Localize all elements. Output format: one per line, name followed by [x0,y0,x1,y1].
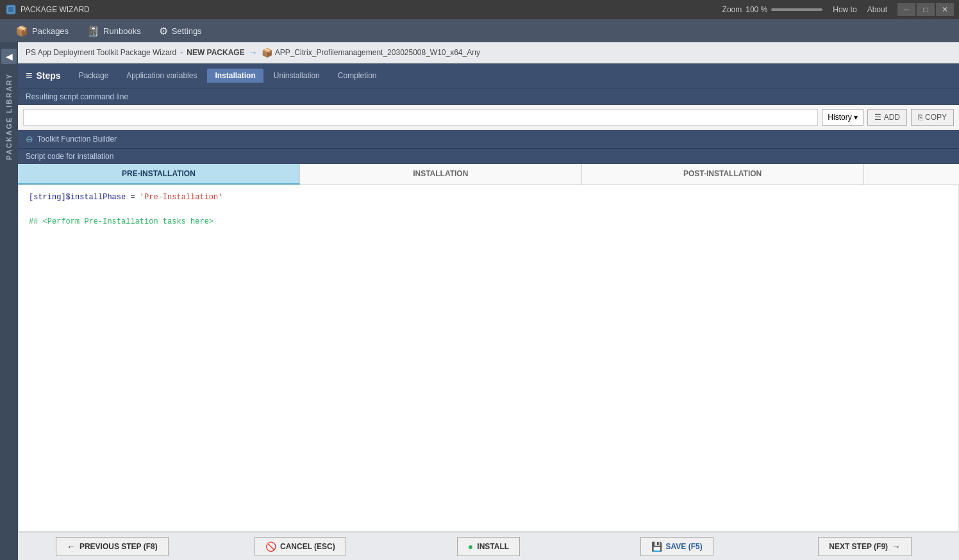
history-label: History [828,113,851,122]
footer-center-left: 🚫 CANCEL (ESC) [206,537,395,556]
zoom-value: 100 % [746,5,767,14]
code-tab-post-installation[interactable]: POST-INSTALLATION [582,164,864,185]
install-btn-label: INSTALL [477,542,509,551]
close-button[interactable]: ✕ [936,3,954,16]
toolkit-function-builder-header[interactable]: ⊖ Toolkit Function Builder [18,130,959,148]
history-chevron-icon: ▾ [854,113,858,122]
app-title: PACKAGE WIZARD [21,5,722,14]
save-icon: 💾 [651,541,662,552]
code-tab-installation[interactable]: INSTALLATION [300,164,582,185]
command-line-label: Resulting script command line [26,92,128,101]
steps-tabs: Package Application variables Installati… [71,69,385,83]
script-code-header: Script code for installation [18,148,959,164]
maximize-button[interactable]: □ [917,3,935,16]
copy-button[interactable]: ⎘ COPY [911,109,954,126]
breadcrumb-new-package: NEW PACKAGE [187,48,244,57]
script-code-label: Script code for installation [26,152,113,161]
main-nav: 📦 Packages 📓 Runbooks ⚙ Settings [0,19,959,42]
code-line-3: ## <Perform Pre-Installation tasks here> [29,216,948,228]
add-icon: ☰ [874,113,881,122]
copy-icon: ⎘ [918,113,922,122]
command-line-input[interactable] [23,109,818,126]
how-to-link[interactable]: How to [833,5,856,14]
nav-item-runbooks[interactable]: 📓 Runbooks [79,21,149,41]
title-bar: PACKAGE WIZARD Zoom 100 % How to About ─… [0,0,959,19]
code-editor[interactable]: [string]$installPhase = 'Pre-Installatio… [18,185,959,532]
zoom-slider[interactable] [771,8,822,11]
minimize-button[interactable]: ─ [897,3,915,16]
cancel-btn-label: CANCEL (ESC) [280,542,335,551]
code-line-2 [29,204,948,216]
steps-header: ≡ Steps Package Application variables In… [18,63,959,88]
footer-center: ● INSTALL [394,537,583,556]
steps-title: ≡ Steps [26,69,61,83]
code-tabs: PRE-INSTALLATION INSTALLATION POST-INSTA… [18,164,959,185]
runbooks-label: Runbooks [103,26,141,36]
tab-completion[interactable]: Completion [330,69,385,83]
svg-rect-1 [8,7,13,12]
steps-icon: ≡ [26,69,33,83]
code-tab-post-label: POST-INSTALLATION [683,169,762,178]
next-step-button[interactable]: NEXT STEP (F9) → [818,537,912,556]
settings-icon: ⚙ [159,25,168,37]
footer-right: NEXT STEP (F9) → [771,537,959,556]
toolkit-collapse-icon: ⊖ [26,134,33,144]
app-icon [5,4,17,15]
breadcrumb-arrow: → [249,47,258,58]
window-buttons: ─ □ ✕ [897,3,954,16]
zoom-control: Zoom 100 % [722,5,823,14]
next-arrow-icon: → [892,541,901,552]
footer-left: ← PREVIOUS STEP (F8) [18,537,206,556]
nav-item-packages[interactable]: 📦 Packages [8,21,76,41]
prev-arrow-icon: ← [67,541,76,552]
footer-center-right: 💾 SAVE (F5) [583,537,771,556]
about-link[interactable]: About [867,5,887,14]
footer: ← PREVIOUS STEP (F8) 🚫 CANCEL (ESC) ● IN… [18,532,959,560]
title-bar-right: Zoom 100 % How to About ─ □ ✕ [722,3,954,16]
tab-uninstallation[interactable]: Uninstallation [266,69,328,83]
sidebar-label: PACKAGE LIBRARY [5,73,13,160]
packages-label: Packages [32,26,69,36]
breadcrumb-wizard: PS App Deployment Toolkit Package Wizard [26,48,176,57]
runbooks-icon: 📓 [87,25,99,37]
nav-item-settings[interactable]: ⚙ Settings [151,21,210,41]
save-btn-label: SAVE (F5) [666,542,703,551]
packages-icon: 📦 [15,25,28,37]
code-tab-install-label: INSTALLATION [413,169,468,178]
main-content: PS App Deployment Toolkit Package Wizard… [18,42,959,560]
sidebar: ◀ PACKAGE LIBRARY [0,42,18,560]
add-button[interactable]: ☰ ADD [867,109,907,126]
prev-btn-label: PREVIOUS STEP (F8) [79,542,158,551]
breadcrumb-pkg-name: APP_Citrix_Profilemanagement_203025008_W… [275,48,480,57]
command-line-row: History ▾ ☰ ADD ⎘ COPY [18,105,959,130]
app-body: ◀ PACKAGE LIBRARY PS App Deployment Tool… [0,42,959,560]
steps-panel: ≡ Steps Package Application variables In… [18,63,959,560]
pkg-icon: 📦 [262,47,272,58]
settings-label: Settings [172,26,202,36]
command-line-section-header: Resulting script command line [18,88,959,105]
cancel-button[interactable]: 🚫 CANCEL (ESC) [254,537,346,556]
previous-step-button[interactable]: ← PREVIOUS STEP (F8) [56,537,169,556]
tab-installation[interactable]: Installation [207,69,263,83]
history-button[interactable]: History ▾ [822,109,863,126]
code-tab-pre-installation[interactable]: PRE-INSTALLATION [18,164,300,185]
cancel-icon: 🚫 [265,541,276,552]
install-icon: ● [468,541,473,552]
toolkit-label: Toolkit Function Builder [37,135,117,144]
save-button[interactable]: 💾 SAVE (F5) [640,537,713,556]
copy-label: COPY [925,113,947,122]
code-tab-pre-label: PRE-INSTALLATION [122,169,196,178]
zoom-label: Zoom [722,5,742,14]
steps-label: Steps [37,70,61,81]
code-tab-extra[interactable] [864,164,959,185]
tab-package[interactable]: Package [71,69,117,83]
add-label: ADD [884,113,900,122]
breadcrumb-pkg: 📦 APP_Citrix_Profilemanagement_203025008… [262,47,480,58]
breadcrumb: PS App Deployment Toolkit Package Wizard… [18,42,959,63]
sidebar-nav-button[interactable]: ◀ [1,49,17,64]
tab-application-variables[interactable]: Application variables [119,69,204,83]
next-btn-label: NEXT STEP (F9) [829,542,888,551]
code-line-1: [string]$installPhase = 'Pre-Installatio… [29,192,948,204]
install-button[interactable]: ● INSTALL [457,537,520,556]
breadcrumb-separator: - [180,48,183,57]
